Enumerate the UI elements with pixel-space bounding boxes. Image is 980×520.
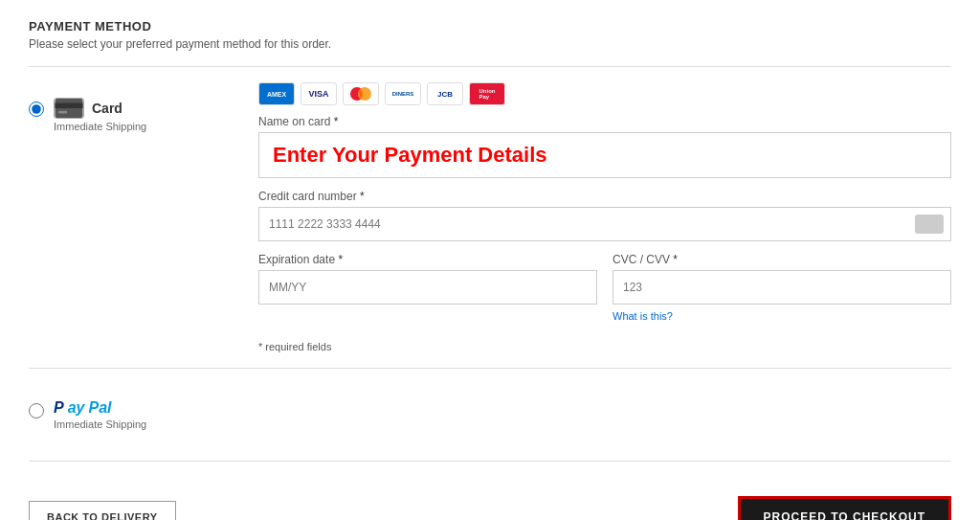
card-option: Card Immediate Shipping (29, 82, 239, 352)
what-is-this-link[interactable]: What is this? (612, 310, 951, 322)
exp-field-group: Expiration date * (258, 253, 597, 305)
card-label: Card (92, 101, 122, 116)
card-chip-icon (915, 215, 944, 234)
card-icon (54, 98, 84, 119)
section-subtitle: Please select your preferred payment met… (29, 37, 951, 51)
name-label: Name on card * (258, 115, 951, 128)
card-logos: AMEX VISA DINERS JCB UnionPay (258, 82, 951, 105)
proceed-to-checkout-button[interactable]: PROCEED TO CHECKOUT (738, 496, 951, 520)
paypal-radio[interactable] (29, 403, 44, 418)
cc-input-wrapper (258, 207, 951, 241)
top-divider (29, 66, 951, 67)
card-option-label: Card Immediate Shipping (54, 98, 146, 132)
exp-label: Expiration date * (258, 253, 597, 266)
exp-cvc-row: Expiration date * CVC / CVV * What is th… (258, 253, 951, 333)
required-note: * required fields (258, 341, 951, 352)
paypal-option-label: PayPal Immediate Shipping (54, 399, 146, 430)
payment-details-banner: Enter Your Payment Details (258, 132, 951, 178)
card-radio[interactable] (29, 102, 44, 117)
paypal-logo: PayPal (54, 399, 111, 417)
cvc-label: CVC / CVV * (612, 253, 951, 266)
section-title: PAYMENT METHOD (29, 19, 951, 34)
cvc-field-group: CVC / CVV * What is this? (612, 253, 951, 322)
footer-bar: BACK TO DELIVERY PROCEED TO CHECKOUT (29, 477, 951, 520)
paypal-option-title: PayPal (54, 399, 146, 417)
svg-rect-2 (58, 111, 67, 114)
paypal-payment-section: PayPal Immediate Shipping (29, 384, 951, 445)
exp-input[interactable] (258, 270, 597, 305)
card-form: AMEX VISA DINERS JCB UnionPay Name on ca… (239, 82, 951, 352)
card-shipping: Immediate Shipping (54, 121, 146, 132)
diners-logo: DINERS (385, 82, 421, 105)
amex-logo: AMEX (258, 82, 295, 105)
page-container: PAYMENT METHOD Please select your prefer… (0, 0, 980, 520)
cc-label: Credit card number * (258, 190, 951, 203)
middle-divider (29, 368, 951, 369)
cvc-input[interactable] (612, 270, 951, 305)
card-option-title: Card (54, 98, 146, 119)
paypal-shipping: Immediate Shipping (54, 418, 146, 430)
mastercard-logo (343, 82, 379, 105)
jcb-logo: JCB (427, 82, 463, 105)
back-to-delivery-button[interactable]: BACK TO DELIVERY (29, 501, 176, 520)
cc-field-group: Credit card number * (258, 190, 951, 241)
svg-rect-1 (55, 103, 82, 108)
card-payment-section: Card Immediate Shipping AMEX VISA DINERS (29, 82, 951, 352)
bottom-divider (29, 461, 951, 462)
unionpay-logo: UnionPay (469, 82, 505, 105)
visa-logo: VISA (301, 82, 337, 105)
cc-input[interactable] (258, 207, 951, 241)
